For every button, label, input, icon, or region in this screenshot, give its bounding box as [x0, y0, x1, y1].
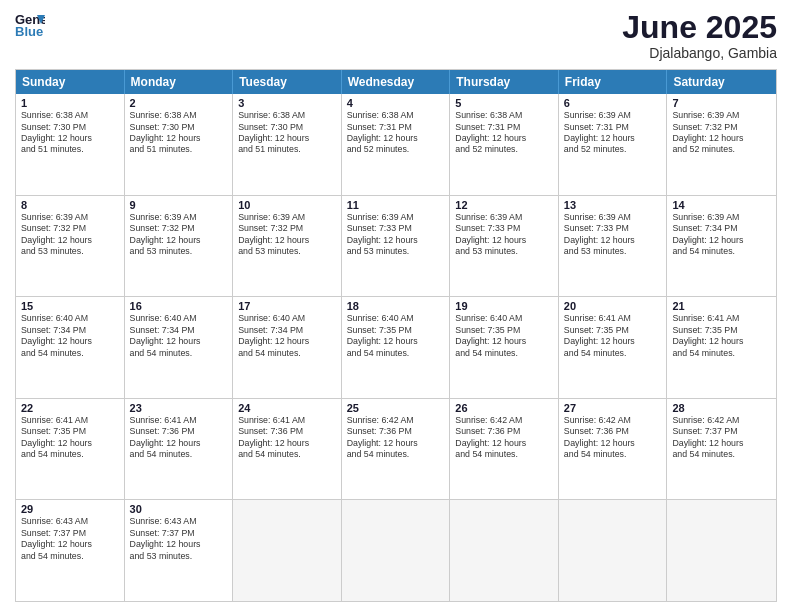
calendar-row-3: 15Sunrise: 6:40 AM Sunset: 7:34 PM Dayli… [16, 297, 776, 399]
empty-cell [667, 500, 776, 601]
day-of-week-wednesday: Wednesday [342, 70, 451, 94]
day-info: Sunrise: 6:39 AM Sunset: 7:32 PM Dayligh… [672, 110, 771, 156]
day-number: 23 [130, 402, 228, 414]
day-info: Sunrise: 6:38 AM Sunset: 7:30 PM Dayligh… [238, 110, 336, 156]
calendar-row-4: 22Sunrise: 6:41 AM Sunset: 7:35 PM Dayli… [16, 399, 776, 501]
day-number: 21 [672, 300, 771, 312]
day-number: 3 [238, 97, 336, 109]
day-of-week-tuesday: Tuesday [233, 70, 342, 94]
day-number: 16 [130, 300, 228, 312]
day-number: 24 [238, 402, 336, 414]
day-number: 29 [21, 503, 119, 515]
logo: General Blue [15, 10, 45, 40]
day-cell-20: 20Sunrise: 6:41 AM Sunset: 7:35 PM Dayli… [559, 297, 668, 398]
logo-icon: General Blue [15, 10, 45, 40]
day-cell-7: 7Sunrise: 6:39 AM Sunset: 7:32 PM Daylig… [667, 94, 776, 195]
day-info: Sunrise: 6:40 AM Sunset: 7:35 PM Dayligh… [455, 313, 553, 359]
day-info: Sunrise: 6:40 AM Sunset: 7:34 PM Dayligh… [130, 313, 228, 359]
day-number: 6 [564, 97, 662, 109]
day-info: Sunrise: 6:43 AM Sunset: 7:37 PM Dayligh… [130, 516, 228, 562]
day-info: Sunrise: 6:41 AM Sunset: 7:36 PM Dayligh… [130, 415, 228, 461]
day-cell-1: 1Sunrise: 6:38 AM Sunset: 7:30 PM Daylig… [16, 94, 125, 195]
day-info: Sunrise: 6:43 AM Sunset: 7:37 PM Dayligh… [21, 516, 119, 562]
day-number: 11 [347, 199, 445, 211]
day-info: Sunrise: 6:42 AM Sunset: 7:36 PM Dayligh… [347, 415, 445, 461]
day-cell-2: 2Sunrise: 6:38 AM Sunset: 7:30 PM Daylig… [125, 94, 234, 195]
day-info: Sunrise: 6:41 AM Sunset: 7:36 PM Dayligh… [238, 415, 336, 461]
day-number: 14 [672, 199, 771, 211]
day-info: Sunrise: 6:42 AM Sunset: 7:36 PM Dayligh… [564, 415, 662, 461]
day-cell-25: 25Sunrise: 6:42 AM Sunset: 7:36 PM Dayli… [342, 399, 451, 500]
day-cell-4: 4Sunrise: 6:38 AM Sunset: 7:31 PM Daylig… [342, 94, 451, 195]
day-cell-23: 23Sunrise: 6:41 AM Sunset: 7:36 PM Dayli… [125, 399, 234, 500]
svg-text:Blue: Blue [15, 24, 43, 39]
day-number: 28 [672, 402, 771, 414]
day-number: 22 [21, 402, 119, 414]
location: Djalabango, Gambia [622, 45, 777, 61]
day-cell-9: 9Sunrise: 6:39 AM Sunset: 7:32 PM Daylig… [125, 196, 234, 297]
day-of-week-friday: Friday [559, 70, 668, 94]
day-info: Sunrise: 6:41 AM Sunset: 7:35 PM Dayligh… [564, 313, 662, 359]
day-info: Sunrise: 6:42 AM Sunset: 7:37 PM Dayligh… [672, 415, 771, 461]
day-cell-6: 6Sunrise: 6:39 AM Sunset: 7:31 PM Daylig… [559, 94, 668, 195]
empty-cell [342, 500, 451, 601]
day-cell-3: 3Sunrise: 6:38 AM Sunset: 7:30 PM Daylig… [233, 94, 342, 195]
day-cell-11: 11Sunrise: 6:39 AM Sunset: 7:33 PM Dayli… [342, 196, 451, 297]
header: General Blue June 2025 Djalabango, Gambi… [15, 10, 777, 61]
day-info: Sunrise: 6:39 AM Sunset: 7:34 PM Dayligh… [672, 212, 771, 258]
day-cell-16: 16Sunrise: 6:40 AM Sunset: 7:34 PM Dayli… [125, 297, 234, 398]
day-cell-5: 5Sunrise: 6:38 AM Sunset: 7:31 PM Daylig… [450, 94, 559, 195]
day-number: 25 [347, 402, 445, 414]
day-info: Sunrise: 6:40 AM Sunset: 7:35 PM Dayligh… [347, 313, 445, 359]
day-cell-8: 8Sunrise: 6:39 AM Sunset: 7:32 PM Daylig… [16, 196, 125, 297]
day-info: Sunrise: 6:39 AM Sunset: 7:33 PM Dayligh… [347, 212, 445, 258]
day-number: 5 [455, 97, 553, 109]
day-cell-24: 24Sunrise: 6:41 AM Sunset: 7:36 PM Dayli… [233, 399, 342, 500]
calendar-header: SundayMondayTuesdayWednesdayThursdayFrid… [16, 70, 776, 94]
calendar: SundayMondayTuesdayWednesdayThursdayFrid… [15, 69, 777, 602]
day-info: Sunrise: 6:40 AM Sunset: 7:34 PM Dayligh… [238, 313, 336, 359]
day-number: 12 [455, 199, 553, 211]
day-cell-15: 15Sunrise: 6:40 AM Sunset: 7:34 PM Dayli… [16, 297, 125, 398]
day-info: Sunrise: 6:39 AM Sunset: 7:31 PM Dayligh… [564, 110, 662, 156]
day-number: 27 [564, 402, 662, 414]
day-cell-13: 13Sunrise: 6:39 AM Sunset: 7:33 PM Dayli… [559, 196, 668, 297]
day-number: 19 [455, 300, 553, 312]
day-cell-22: 22Sunrise: 6:41 AM Sunset: 7:35 PM Dayli… [16, 399, 125, 500]
day-cell-29: 29Sunrise: 6:43 AM Sunset: 7:37 PM Dayli… [16, 500, 125, 601]
day-number: 18 [347, 300, 445, 312]
day-cell-19: 19Sunrise: 6:40 AM Sunset: 7:35 PM Dayli… [450, 297, 559, 398]
day-info: Sunrise: 6:39 AM Sunset: 7:33 PM Dayligh… [455, 212, 553, 258]
day-cell-12: 12Sunrise: 6:39 AM Sunset: 7:33 PM Dayli… [450, 196, 559, 297]
day-info: Sunrise: 6:41 AM Sunset: 7:35 PM Dayligh… [672, 313, 771, 359]
page: General Blue June 2025 Djalabango, Gambi… [0, 0, 792, 612]
day-of-week-saturday: Saturday [667, 70, 776, 94]
day-info: Sunrise: 6:41 AM Sunset: 7:35 PM Dayligh… [21, 415, 119, 461]
day-info: Sunrise: 6:38 AM Sunset: 7:31 PM Dayligh… [347, 110, 445, 156]
empty-cell [559, 500, 668, 601]
title-block: June 2025 Djalabango, Gambia [622, 10, 777, 61]
day-number: 4 [347, 97, 445, 109]
day-number: 10 [238, 199, 336, 211]
calendar-row-5: 29Sunrise: 6:43 AM Sunset: 7:37 PM Dayli… [16, 500, 776, 601]
day-number: 2 [130, 97, 228, 109]
day-cell-14: 14Sunrise: 6:39 AM Sunset: 7:34 PM Dayli… [667, 196, 776, 297]
day-of-week-sunday: Sunday [16, 70, 125, 94]
day-number: 9 [130, 199, 228, 211]
day-cell-26: 26Sunrise: 6:42 AM Sunset: 7:36 PM Dayli… [450, 399, 559, 500]
day-info: Sunrise: 6:39 AM Sunset: 7:33 PM Dayligh… [564, 212, 662, 258]
day-cell-21: 21Sunrise: 6:41 AM Sunset: 7:35 PM Dayli… [667, 297, 776, 398]
calendar-body: 1Sunrise: 6:38 AM Sunset: 7:30 PM Daylig… [16, 94, 776, 601]
day-info: Sunrise: 6:38 AM Sunset: 7:30 PM Dayligh… [130, 110, 228, 156]
day-info: Sunrise: 6:39 AM Sunset: 7:32 PM Dayligh… [21, 212, 119, 258]
day-info: Sunrise: 6:39 AM Sunset: 7:32 PM Dayligh… [130, 212, 228, 258]
empty-cell [450, 500, 559, 601]
day-info: Sunrise: 6:42 AM Sunset: 7:36 PM Dayligh… [455, 415, 553, 461]
day-number: 13 [564, 199, 662, 211]
day-cell-18: 18Sunrise: 6:40 AM Sunset: 7:35 PM Dayli… [342, 297, 451, 398]
day-number: 8 [21, 199, 119, 211]
day-cell-10: 10Sunrise: 6:39 AM Sunset: 7:32 PM Dayli… [233, 196, 342, 297]
day-number: 7 [672, 97, 771, 109]
day-number: 17 [238, 300, 336, 312]
empty-cell [233, 500, 342, 601]
